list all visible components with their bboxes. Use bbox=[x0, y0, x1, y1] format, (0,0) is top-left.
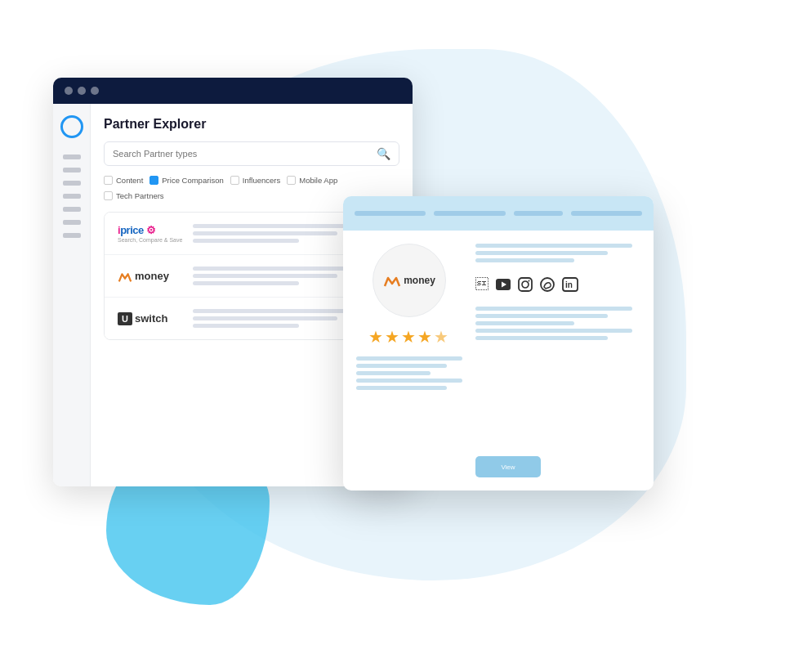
drl-mid-1 bbox=[475, 307, 632, 311]
sidebar bbox=[53, 104, 91, 486]
svg-text:in: in bbox=[565, 280, 573, 289]
facebook-icon[interactable]:  bbox=[475, 277, 489, 292]
filter-label-influencers: Influencers bbox=[243, 176, 280, 185]
header-bar-4 bbox=[571, 211, 642, 216]
dot-2 bbox=[78, 87, 86, 95]
dot-3 bbox=[91, 87, 99, 95]
youtube-icon[interactable] bbox=[495, 278, 511, 291]
sidebar-nav-4[interactable] bbox=[63, 194, 81, 199]
titlebar bbox=[53, 78, 413, 104]
filter-label-tech-partners: Tech Partners bbox=[116, 191, 164, 200]
drl-mid-2 bbox=[475, 314, 608, 318]
filter-label-price-comparison: Price Comparison bbox=[162, 176, 224, 185]
detail-right:  in bbox=[475, 244, 640, 477]
search-input[interactable] bbox=[113, 149, 377, 159]
detail-header bbox=[343, 196, 654, 231]
search-icon: 🔍 bbox=[377, 147, 390, 160]
drl-mid-3 bbox=[475, 321, 574, 325]
detail-body: money ★★★★★  bbox=[343, 231, 654, 490]
right-lines-top bbox=[475, 244, 640, 262]
dl-1 bbox=[356, 356, 462, 361]
filter-label-content: Content bbox=[116, 176, 143, 185]
svg-point-3 bbox=[522, 281, 529, 288]
info-line-1 bbox=[193, 224, 366, 228]
mmoney-line-1 bbox=[193, 267, 366, 271]
detail-left: money ★★★★★ bbox=[356, 244, 462, 477]
mmoney-logo-area: money bbox=[118, 269, 183, 284]
uswitch-line-3 bbox=[193, 324, 299, 328]
filter-checkbox-content[interactable] bbox=[104, 176, 113, 185]
drl-2 bbox=[475, 251, 608, 255]
filter-tech-partners[interactable]: Tech Partners bbox=[104, 191, 164, 200]
filter-checkbox-price-comparison[interactable] bbox=[149, 176, 158, 185]
filter-price-comparison[interactable]: Price Comparison bbox=[149, 176, 224, 185]
info-line-2 bbox=[193, 231, 337, 235]
svg-rect-2 bbox=[519, 278, 532, 291]
dot-1 bbox=[65, 87, 73, 95]
drl-3 bbox=[475, 258, 574, 262]
whatsapp-icon[interactable] bbox=[539, 277, 555, 292]
logo-circle: money bbox=[373, 244, 446, 317]
mmoney-line-2 bbox=[193, 274, 337, 278]
filter-mobile-app[interactable]: Mobile App bbox=[287, 176, 337, 185]
iprice-sub: Search, Compare & Save bbox=[118, 237, 182, 243]
sidebar-nav-2[interactable] bbox=[63, 168, 81, 172]
star-rating: ★★★★★ bbox=[368, 327, 450, 347]
filter-influencers[interactable]: Influencers bbox=[230, 176, 280, 185]
sidebar-nav-5[interactable] bbox=[63, 207, 81, 212]
sidebar-nav-7[interactable] bbox=[63, 233, 81, 238]
drl-mid-5 bbox=[475, 336, 608, 340]
filter-checkbox-mobile-app[interactable] bbox=[287, 176, 296, 185]
search-bar[interactable]: 🔍 bbox=[104, 141, 399, 166]
mmoney-line-3 bbox=[193, 281, 299, 285]
uswitch-logo-area: U switch bbox=[118, 312, 183, 325]
dl-4 bbox=[356, 379, 462, 383]
drl-1 bbox=[475, 244, 632, 248]
filter-content[interactable]: Content bbox=[104, 176, 143, 185]
sidebar-nav-1[interactable] bbox=[63, 155, 81, 159]
detail-card: money ★★★★★  bbox=[343, 196, 654, 490]
header-bar-1 bbox=[355, 211, 426, 216]
mmoney-logo: money bbox=[118, 269, 169, 284]
dl-5 bbox=[356, 386, 447, 390]
uswitch-line-1 bbox=[193, 309, 366, 313]
app-title: Partner Explorer bbox=[104, 117, 399, 132]
uswitch-text: switch bbox=[135, 312, 167, 325]
header-bar-2 bbox=[434, 211, 505, 216]
detail-lines-left bbox=[356, 356, 462, 390]
u-box: U bbox=[118, 312, 132, 325]
right-lines-mid bbox=[475, 307, 640, 340]
filter-label-mobile-app: Mobile App bbox=[299, 176, 337, 185]
instagram-icon[interactable] bbox=[518, 277, 533, 292]
header-bar-3 bbox=[514, 211, 563, 216]
dl-2 bbox=[356, 364, 447, 368]
uswitch-logo: U switch bbox=[118, 312, 167, 325]
cta-button[interactable]: View bbox=[475, 456, 541, 477]
svg-point-5 bbox=[541, 278, 554, 291]
uswitch-line-2 bbox=[193, 316, 337, 320]
social-row:  in bbox=[475, 277, 640, 292]
dl-3 bbox=[356, 371, 431, 375]
sidebar-logo bbox=[60, 115, 83, 138]
filter-checkbox-influencers[interactable] bbox=[230, 176, 239, 185]
iprice-logo: iprice ⚙ bbox=[118, 224, 182, 236]
mmoney-text: money bbox=[135, 270, 169, 282]
drl-mid-4 bbox=[475, 329, 632, 333]
sidebar-nav-6[interactable] bbox=[63, 220, 81, 225]
info-line-3 bbox=[193, 239, 299, 243]
filter-checkbox-tech-partners[interactable] bbox=[104, 191, 113, 200]
sidebar-nav-3[interactable] bbox=[63, 181, 81, 186]
mmoney-detail-logo: money bbox=[383, 273, 435, 288]
iprice-logo-area: iprice ⚙ Search, Compare & Save bbox=[118, 224, 183, 243]
svg-point-4 bbox=[529, 280, 530, 282]
linkedin-icon[interactable]: in bbox=[562, 277, 578, 292]
detail-mmoney-text: money bbox=[404, 275, 435, 286]
